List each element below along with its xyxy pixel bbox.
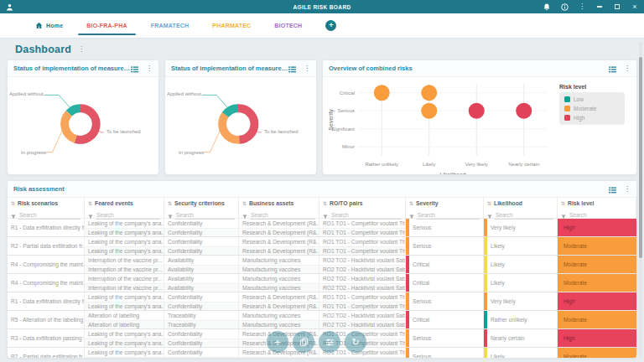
risk-level-cell: Moderate (558, 348, 636, 358)
column-header-risk-scenarios[interactable]: ⇅Risk scenarios (8, 198, 85, 208)
close-icon[interactable]: × (631, 3, 639, 11)
severity-accent (406, 292, 409, 310)
security-criterion-cell: Availability (164, 283, 239, 292)
table-icon[interactable] (609, 61, 616, 76)
sort-icon: ⇅ (168, 200, 172, 206)
svg-text:Critical: Critical (340, 90, 355, 96)
donut-label: To be launched (264, 129, 299, 134)
donut-panel-1: Status of implementation of measures at … (7, 59, 159, 175)
risk-scenario-cell: R4 - Compromising the maint... (8, 274, 85, 292)
table-icon[interactable] (609, 182, 616, 197)
tab-biotech[interactable]: BIOTECH (262, 13, 314, 38)
add-tab-button[interactable]: + (325, 20, 336, 31)
risk-level-cell: High (558, 219, 636, 236)
svg-text:Nearly certain: Nearly certain (508, 162, 539, 167)
table-row-group[interactable]: R1 - Data exfiltration directly fr...Lea… (8, 292, 636, 310)
security-criterion-cell: Confidentiality (164, 357, 239, 359)
tab-label: PHARMATEC (212, 23, 251, 28)
copy-icon (299, 338, 309, 347)
kebab-menu-icon[interactable]: ⋮ (624, 186, 631, 193)
roto-pair-cell: RO2 TO2 - Hacktivist voulant Sab... (319, 256, 406, 265)
roto-pair-cell: RO1 TO1 - Competitor voulant Th... (319, 246, 406, 256)
likelihood-accent (484, 237, 487, 255)
svg-text:Likely: Likely (423, 162, 435, 167)
feared-event-cell: Interruption of the vaccine pr... (85, 283, 164, 292)
risk-scenario-cell: R2 - Partial data exfiltration fr... (8, 348, 85, 358)
scrollbar-thumb[interactable] (639, 57, 642, 258)
risk-scenario-cell: R5 - Alteration of the labelling (8, 311, 85, 328)
tab-pharmatec[interactable]: PHARMATEC (200, 13, 262, 38)
column-header-ro-to-pairs[interactable]: ⇅RO/TO pairs (319, 198, 406, 208)
table-row-group[interactable]: R4 - Compromising the maint...Interrupti… (8, 255, 636, 273)
table-icon[interactable] (288, 61, 296, 76)
security-criterion-cell: Traceability (164, 311, 239, 320)
security-criterion-cell: Traceability (164, 320, 239, 329)
kebab-menu-icon[interactable]: ⋮ (624, 65, 631, 72)
business-asset-cell: Research & Development (R&... (239, 292, 319, 302)
sliders-icon (325, 338, 335, 347)
tabbar: Home BIO-FRA-PHA FRAMATECH PHARMATEC BIO… (0, 13, 644, 39)
severity-cell: Serious (406, 329, 484, 347)
tab-framatech[interactable]: FRAMATECH (139, 13, 201, 38)
info-icon[interactable] (560, 3, 569, 11)
copy-fab[interactable] (293, 331, 314, 353)
table-row-group[interactable]: R1 - Data exfiltration directly fr...Lea… (8, 219, 636, 236)
business-asset-cell: Research & Development (R&... (239, 302, 319, 311)
feared-event-cell: Leaking of the company's ana... (85, 339, 164, 348)
column-header-severity[interactable]: ⇅Severity (406, 198, 484, 208)
legend-title: Risk level (559, 84, 625, 90)
tab-home-label: Home (46, 23, 63, 28)
column-header-business-assets[interactable]: ⇅Business assets (239, 198, 319, 208)
feared-event-cell: Leaking of the company's ana... (85, 228, 164, 237)
kebab-menu-icon[interactable]: ⋮ (578, 3, 586, 11)
svg-text:Likelihood: Likelihood (439, 172, 466, 175)
feared-event-cell: Alteration of labelling (85, 311, 164, 320)
column-header-security-criterions[interactable]: ⇅Security criterions (164, 198, 239, 208)
security-criterion-cell: Availability (164, 256, 239, 265)
severity-cell: Serious (406, 237, 484, 255)
titlebar: AGILE RISK BOARD ⋮ × (0, 0, 644, 13)
business-asset-cell: Research & Development (R&... (239, 237, 319, 246)
likelihood-cell: Likely (484, 348, 558, 358)
risk-scenario-cell: R4 - Compromising the maint... (8, 256, 85, 273)
table-row-group[interactable]: R4 - Compromising the maint...Interrupti… (8, 273, 636, 292)
page-kebab-icon[interactable]: ⋮ (78, 46, 85, 53)
security-criterion-cell: Confidentiality (164, 237, 239, 246)
donut-label: To be launched (106, 129, 141, 134)
legend-entry-high: High (564, 115, 620, 121)
bubble-panel: Overview of combined risks ⋮ Rather unli… (322, 59, 637, 175)
kebab-menu-icon[interactable]: ⋮ (146, 65, 153, 72)
table-row-group[interactable]: R2 - Partial data exfiltration fr...Leak… (8, 236, 636, 255)
maximize-icon[interactable] (613, 3, 621, 11)
roto-pair-cell: RO1 TO1 - Competitor voulant Th... (319, 302, 406, 311)
tab-label: BIOTECH (274, 23, 302, 28)
sort-icon: ⇅ (561, 200, 565, 206)
sort-icon: ⇅ (409, 200, 413, 206)
table-header-row: ⇅Risk scenarios⇅Feared events⇅Security c… (8, 198, 636, 208)
add-fab[interactable]: + (267, 331, 288, 353)
business-asset-cell: Manufacturing vaccines (239, 320, 319, 329)
refresh-fab[interactable]: ↻ (345, 331, 366, 353)
scrollbar-track[interactable] (639, 42, 642, 359)
tab-bio-fra-pha[interactable]: BIO-FRA-PHA (75, 13, 138, 38)
column-header-feared-events[interactable]: ⇅Feared events (85, 198, 164, 208)
table-icon[interactable] (131, 61, 138, 76)
svg-text:Serious: Serious (338, 108, 355, 113)
risk-assessment-panel: Risk assessment ⋮ ⇅Risk scenarios⇅Feared… (7, 180, 637, 359)
svg-text:Rather unlikely: Rather unlikely (365, 162, 398, 167)
table-row-group[interactable]: R5 - Alteration of the labellingAlterati… (8, 310, 636, 328)
business-asset-cell: Manufacturing vaccines (239, 274, 319, 283)
table-search-row (8, 208, 636, 219)
bell-icon[interactable] (543, 3, 551, 11)
tab-home[interactable]: Home (23, 13, 75, 38)
feared-event-cell: Leaking of the company's ana... (85, 237, 164, 246)
severity-cell: Serious (406, 348, 484, 358)
likelihood-accent (484, 219, 487, 236)
minimize-icon[interactable] (595, 3, 604, 11)
feared-event-cell: Leaking of the company's ana... (85, 348, 164, 357)
column-header-likelihood[interactable]: ⇅Likelihood (484, 198, 558, 208)
kebab-menu-icon[interactable]: ⋮ (304, 65, 310, 72)
risk-level-cell: High (558, 292, 636, 310)
column-header-risk-level[interactable]: ⇅Risk level (558, 198, 636, 208)
sliders-fab[interactable] (319, 331, 340, 353)
